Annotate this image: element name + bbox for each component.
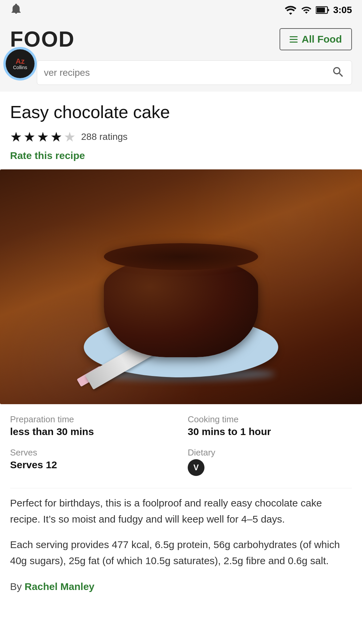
- app-header: FOOD All Food: [0, 20, 362, 57]
- recipe-details: Preparation time less than 30 mins Cooki…: [0, 404, 362, 602]
- star-5[interactable]: ★: [64, 129, 76, 145]
- recipe-title: Easy chocolate cake: [10, 102, 352, 122]
- recipe-description: Perfect for birthdays, this is a foolpro…: [10, 495, 352, 527]
- prep-time-item: Preparation time less than 30 mins: [10, 414, 174, 437]
- dietary-label: Dietary: [188, 447, 352, 458]
- rate-recipe-link[interactable]: Rate this recipe: [10, 150, 352, 161]
- star-4[interactable]: ★: [50, 129, 62, 145]
- prep-time-label: Preparation time: [10, 414, 174, 425]
- wifi-icon: [284, 5, 297, 15]
- author-link[interactable]: Rachel Manley: [24, 581, 94, 592]
- search-input-wrap[interactable]: [37, 60, 352, 85]
- divider-1: [10, 488, 352, 488]
- search-bar-container: Az Collins: [0, 57, 362, 92]
- serves-value: Serves 12: [10, 459, 174, 471]
- hamburger-icon: [290, 36, 298, 43]
- recipe-nutrition: Each serving provides 477 kcal, 6.5g pro…: [10, 537, 352, 569]
- cake-body: [104, 257, 258, 357]
- signal-icon: [301, 5, 312, 15]
- time-display: 3:05: [333, 5, 352, 15]
- avatar: Az Collins: [3, 47, 37, 80]
- status-bar: 3:05: [0, 0, 362, 20]
- rating-count: 288 ratings: [81, 131, 128, 142]
- all-food-button[interactable]: All Food: [280, 28, 352, 50]
- svg-rect-1: [316, 8, 325, 13]
- prep-time-value: less than 30 mins: [10, 426, 174, 437]
- cook-time-label: Cooking time: [188, 414, 352, 425]
- avatar-az: Az: [16, 58, 25, 65]
- notification-icon: [10, 3, 22, 17]
- avatar-collins: Collins: [13, 65, 27, 70]
- food-image: [0, 169, 362, 404]
- serves-item: Serves Serves 12: [10, 447, 174, 476]
- serves-label: Serves: [10, 447, 174, 458]
- search-icon: [331, 65, 345, 79]
- search-input[interactable]: [44, 67, 331, 78]
- dietary-item: Dietary V: [188, 447, 352, 476]
- recipe-author: By Rachel Manley: [10, 581, 352, 592]
- star-2[interactable]: ★: [23, 129, 36, 145]
- stars[interactable]: ★ ★ ★ ★ ★: [10, 129, 76, 145]
- battery-icon: [316, 5, 329, 15]
- cake-visual: [74, 190, 288, 384]
- cake-top: [104, 243, 258, 270]
- detail-grid: Preparation time less than 30 mins Cooki…: [10, 414, 352, 476]
- status-icons: 3:05: [284, 5, 352, 15]
- cook-time-item: Cooking time 30 mins to 1 hour: [188, 414, 352, 437]
- by-label: By: [10, 581, 22, 592]
- search-button[interactable]: [331, 65, 345, 80]
- star-3[interactable]: ★: [37, 129, 49, 145]
- cook-time-value: 30 mins to 1 hour: [188, 426, 352, 437]
- all-food-label: All Food: [302, 34, 342, 45]
- rating-row: ★ ★ ★ ★ ★ 288 ratings: [10, 129, 352, 145]
- recipe-container: Easy chocolate cake ★ ★ ★ ★ ★ 288 rating…: [0, 92, 362, 161]
- star-1[interactable]: ★: [10, 129, 22, 145]
- dietary-badge: V: [188, 459, 204, 476]
